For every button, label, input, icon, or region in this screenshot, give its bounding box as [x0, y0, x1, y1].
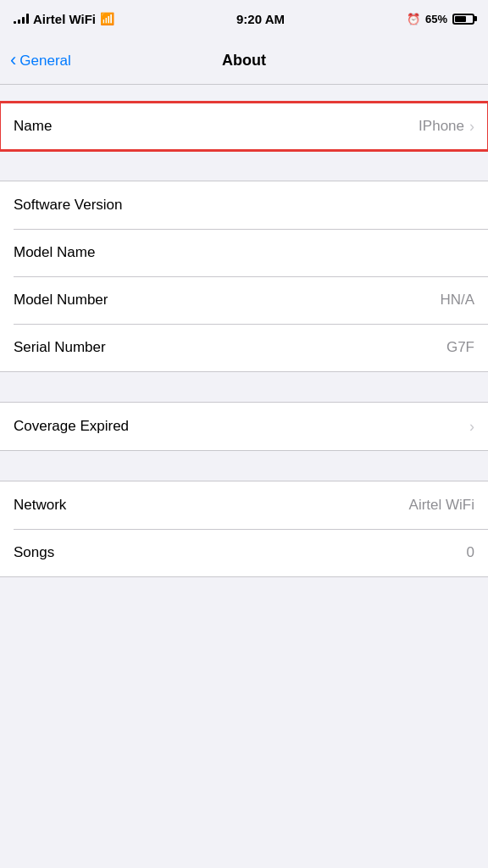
- row-software-version: Software Version: [0, 181, 488, 229]
- content: Name IPhone › Software Version Model Nam…: [0, 85, 488, 577]
- section-network: Network Airtel WiFi Songs 0: [0, 481, 488, 577]
- network-label: Network: [14, 497, 66, 514]
- network-value: Airtel WiFi: [409, 497, 474, 514]
- row-coverage-expired[interactable]: Coverage Expired ›: [0, 403, 488, 450]
- nav-bar: ‹ General About: [0, 37, 488, 85]
- wifi-icon: 📶: [100, 12, 114, 25]
- status-time: 9:20 AM: [236, 12, 285, 26]
- section-gap-1: [0, 151, 488, 181]
- model-number-value: HN/A: [440, 292, 474, 309]
- status-bar: Airtel WiFi 📶 9:20 AM ⏰ 65%: [0, 0, 488, 37]
- network-text: Airtel WiFi: [409, 497, 474, 514]
- section-gap-3: [0, 451, 488, 481]
- alarm-icon: ⏰: [407, 13, 420, 25]
- signal-icon: [14, 14, 29, 24]
- row-name-value: IPhone ›: [419, 118, 474, 136]
- serial-number-label: Serial Number: [14, 339, 106, 356]
- back-chevron-icon: ‹: [10, 51, 16, 70]
- songs-value: 0: [467, 544, 474, 561]
- carrier-label: Airtel WiFi: [33, 12, 96, 26]
- battery-percent: 65%: [425, 13, 447, 25]
- row-serial-number: Serial Number G7F: [0, 324, 488, 371]
- row-songs: Songs 0: [0, 529, 488, 576]
- back-button[interactable]: ‹ General: [10, 52, 71, 70]
- row-model-name: Model Name: [0, 229, 488, 276]
- row-model-number: Model Number HN/A: [0, 276, 488, 324]
- section-coverage: Coverage Expired ›: [0, 402, 488, 451]
- row-name-label: Name: [14, 118, 52, 135]
- model-number-text: HN/A: [440, 292, 474, 309]
- battery-icon: [452, 14, 474, 25]
- section-device-info: Software Version Model Name Model Number…: [0, 181, 488, 372]
- coverage-expired-label: Coverage Expired: [14, 418, 129, 435]
- software-version-label: Software Version: [14, 197, 123, 214]
- coverage-chevron-icon: ›: [469, 418, 474, 436]
- serial-number-text: G7F: [446, 339, 474, 356]
- model-number-label: Model Number: [14, 292, 108, 309]
- name-chevron-icon: ›: [469, 118, 474, 136]
- songs-label: Songs: [14, 544, 54, 561]
- row-name-text: IPhone: [419, 118, 464, 135]
- row-name[interactable]: Name IPhone ›: [0, 103, 488, 150]
- songs-count: 0: [467, 544, 474, 561]
- section-name: Name IPhone ›: [0, 102, 488, 151]
- page-title: About: [222, 52, 266, 70]
- status-bar-right: ⏰ 65%: [407, 13, 474, 25]
- status-bar-left: Airtel WiFi 📶: [14, 12, 114, 26]
- section-gap-2: [0, 372, 488, 402]
- serial-number-value: G7F: [446, 339, 474, 356]
- back-label: General: [19, 53, 70, 70]
- row-network: Network Airtel WiFi: [0, 481, 488, 529]
- model-name-label: Model Name: [14, 244, 95, 261]
- coverage-expired-value: ›: [469, 418, 474, 436]
